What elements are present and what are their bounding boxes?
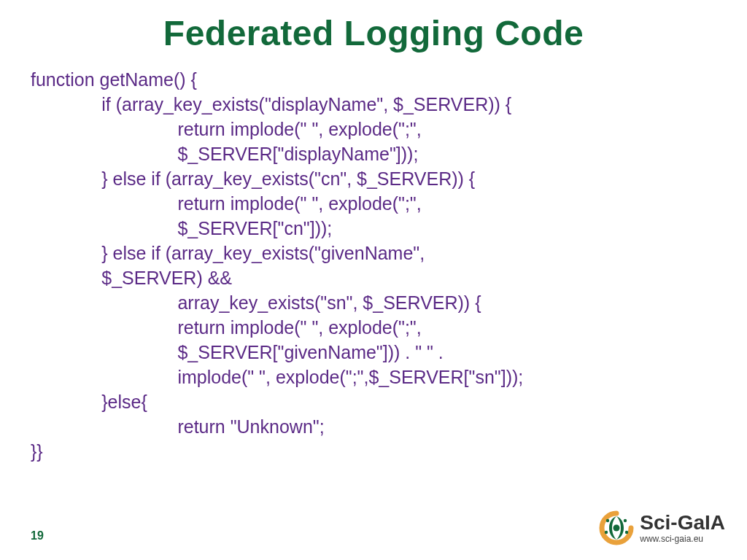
svg-point-2 — [624, 519, 627, 522]
svg-point-3 — [605, 531, 608, 534]
logo-text: Sci-GaIA www.sci-gaia.eu — [640, 513, 725, 543]
svg-point-4 — [625, 531, 628, 534]
brand-dash: - — [670, 511, 677, 534]
footer-logo: Sci-GaIA www.sci-gaia.eu — [599, 510, 725, 545]
logo-mark-icon — [599, 510, 634, 545]
slide-title: Federated Logging Code — [0, 13, 747, 53]
brand-part2: GaIA — [678, 511, 725, 534]
svg-point-0 — [614, 525, 620, 532]
svg-point-1 — [606, 519, 609, 522]
brand-url: www.sci-gaia.eu — [640, 534, 725, 543]
slide: Federated Logging Code function getName(… — [0, 0, 747, 560]
brand-part1: Sci — [640, 511, 670, 534]
page-number: 19 — [31, 529, 44, 542]
code-block: function getName() { if (array_key_exist… — [31, 67, 716, 464]
brand-name: Sci-GaIA — [640, 513, 725, 533]
